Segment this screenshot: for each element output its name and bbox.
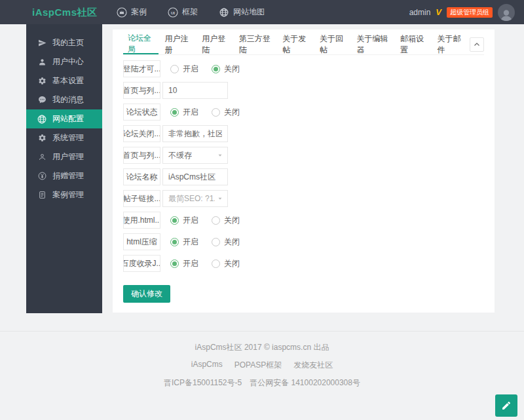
globe-icon <box>37 115 47 124</box>
nav-item-案例[interactable]: 案例 <box>117 7 147 18</box>
field-label: 首页与列... <box>123 147 160 164</box>
field-label: 论坛状态 <box>123 104 160 121</box>
radio-option-开启[interactable]: 开启 <box>170 237 198 248</box>
sidebar-item-基本设置[interactable]: 基本设置 <box>26 71 102 90</box>
radio-unchecked-icon[interactable] <box>212 216 220 225</box>
radio-option-开启[interactable]: 开启 <box>170 107 198 118</box>
footer-links: iAspCmsPOPASP框架发烧友社区 <box>0 360 524 371</box>
radio-group: 开启关闭 <box>162 215 240 226</box>
radio-checked-icon[interactable] <box>170 238 179 246</box>
tab-第三方登陆[interactable]: 第三方登陆 <box>234 35 276 54</box>
radio-option-label: 开启 <box>183 107 198 118</box>
sidebar-item-label: 用户管理 <box>52 151 84 162</box>
radio-unchecked-icon[interactable] <box>212 108 220 117</box>
form-row: 论坛名称 <box>123 168 484 185</box>
radio-group: 开启关闭 <box>162 237 240 248</box>
icp-line: 晋ICP备15001152号-5 晋公网安备 14100202000308号 <box>0 377 524 389</box>
radio-option-关闭[interactable]: 关闭 <box>212 258 240 269</box>
radio-option-关闭[interactable]: 关闭 <box>212 64 240 75</box>
radio-unchecked-icon[interactable] <box>212 238 220 246</box>
username[interactable]: admin <box>409 8 431 17</box>
tab-论坛全局[interactable]: 论坛全局 <box>123 35 159 54</box>
form-row: 使用.html...开启关闭 <box>123 212 484 229</box>
sidebar-item-用户中心[interactable]: 用户中心 <box>26 52 102 71</box>
radio-unchecked-icon[interactable] <box>212 259 220 268</box>
confirm-save-button[interactable]: 确认修改 <box>123 285 170 303</box>
tab-关于发帖[interactable]: 关于发帖 <box>278 35 313 54</box>
user-outline-icon <box>37 153 47 162</box>
radio-option-关闭[interactable]: 关闭 <box>212 107 240 118</box>
radio-checked-icon[interactable] <box>170 108 179 117</box>
user-avatar-icon <box>500 8 513 21</box>
select-dropdown[interactable]: 不缓存 <box>162 147 228 164</box>
sidebar-item-label: 案例管理 <box>52 189 84 200</box>
radio-option-关闭[interactable]: 关闭 <box>212 215 240 226</box>
tab-bar: 论坛全局用户注册用户登陆第三方登陆关于发帖关于回帖关于编辑器邮箱设置关于邮件 <box>123 35 484 55</box>
footer-link-iAspCms[interactable]: iAspCms <box>191 360 223 371</box>
crown-circle-icon <box>117 7 127 18</box>
sidebar-item-用户管理[interactable]: 用户管理 <box>26 147 102 166</box>
sidebar-item-label: 捐赠管理 <box>52 170 84 181</box>
app-logo[interactable]: iAspCms社区 <box>32 0 98 24</box>
text-input[interactable] <box>162 168 228 185</box>
footer-link-发烧友社区[interactable]: 发烧友社区 <box>293 360 333 371</box>
nav-item-label: 网站地图 <box>233 7 265 18</box>
radio-option-label: 关闭 <box>224 64 240 75</box>
avatar[interactable] <box>498 4 515 21</box>
radio-checked-icon[interactable] <box>170 259 179 268</box>
footer-link-POPASP框架[interactable]: POPASP框架 <box>234 360 282 371</box>
tab-关于编辑器[interactable]: 关于编辑器 <box>352 35 394 54</box>
radio-option-开启[interactable]: 开启 <box>170 64 198 75</box>
text-input[interactable] <box>162 125 228 142</box>
sidebar-item-label: 用户中心 <box>52 56 84 67</box>
form-row: 首页与列... <box>123 82 484 99</box>
radio-option-label: 开启 <box>183 258 198 269</box>
form-row: 百度收录J...开启关闭 <box>123 255 484 272</box>
tabs-collapse-button[interactable] <box>470 37 484 52</box>
field-label: 登陆才可... <box>123 60 160 77</box>
tab-关于邮件[interactable]: 关于邮件 <box>433 35 468 54</box>
sidebar-item-label: 系统管理 <box>52 132 84 143</box>
ui-circle-icon: UI <box>168 7 178 18</box>
radio-unchecked-icon[interactable] <box>170 65 179 73</box>
edit-fab-button[interactable] <box>495 394 517 417</box>
tab-关于回帖[interactable]: 关于回帖 <box>315 35 350 54</box>
radio-checked-icon[interactable] <box>212 65 220 73</box>
form-row: 首页与列...不缓存 <box>123 147 484 164</box>
radio-option-label: 关闭 <box>224 237 240 248</box>
radio-option-开启[interactable]: 开启 <box>170 215 198 226</box>
sidebar-item-案例管理[interactable]: 案例管理 <box>26 185 102 204</box>
top-header: iAspCms社区 案例UI框架网站地图 admin V 超级管理员组 <box>0 0 524 24</box>
pencil-icon <box>501 400 512 411</box>
radio-option-关闭[interactable]: 关闭 <box>212 237 240 248</box>
sidebar-item-label: 网站配置 <box>52 113 84 124</box>
globe-icon <box>219 7 229 18</box>
nav-item-label: 案例 <box>131 7 147 18</box>
form-row: html压缩开启关闭 <box>123 233 484 250</box>
sidebar-item-系统管理[interactable]: 系统管理 <box>26 128 102 147</box>
nav-item-网站地图[interactable]: 网站地图 <box>219 7 265 18</box>
sidebar-item-捐赠管理[interactable]: 捐赠管理 <box>26 166 102 185</box>
radio-group: 开启关闭 <box>162 64 240 75</box>
sidebar-item-我的主页[interactable]: 我的主页 <box>26 33 102 52</box>
gear-icon <box>37 134 47 143</box>
text-input[interactable] <box>162 82 228 99</box>
select-value: 最简SEO: ?1.html <box>168 193 215 204</box>
radio-option-label: 开启 <box>183 215 198 226</box>
role-badge[interactable]: 超级管理员组 <box>447 7 493 18</box>
sidebar-item-我的消息[interactable]: 我的消息 <box>26 90 102 109</box>
sidebar-item-网站配置[interactable]: 网站配置 <box>26 109 102 128</box>
main-panel: 论坛全局用户注册用户登陆第三方登陆关于发帖关于回帖关于编辑器邮箱设置关于邮件 登… <box>113 29 495 313</box>
radio-option-开启[interactable]: 开启 <box>170 258 198 269</box>
nav-item-框架[interactable]: UI框架 <box>168 7 198 18</box>
tab-用户登陆[interactable]: 用户登陆 <box>197 35 233 54</box>
vip-icon: V <box>436 7 441 17</box>
field-label: 论坛关闭... <box>123 125 160 142</box>
tab-用户注册[interactable]: 用户注册 <box>160 35 196 54</box>
select-dropdown[interactable]: 最简SEO: ?1.html <box>162 190 228 207</box>
tab-邮箱设置[interactable]: 邮箱设置 <box>396 35 431 54</box>
form-row: 帖子链接...最简SEO: ?1.html <box>123 190 484 207</box>
field-label: 百度收录J... <box>123 255 160 272</box>
chevron-up-icon <box>473 41 481 48</box>
radio-checked-icon[interactable] <box>170 216 179 225</box>
